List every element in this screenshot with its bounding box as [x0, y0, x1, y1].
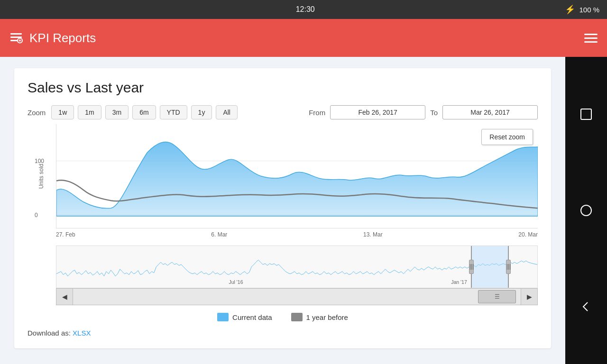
x-label-3: 20. Mar: [518, 231, 538, 238]
nav-thumb[interactable]: ☰: [478, 290, 516, 303]
y-tick-0: 0: [35, 212, 38, 218]
svg-text:Jan '17: Jan '17: [451, 279, 467, 285]
hamburger-menu-button[interactable]: [584, 34, 598, 43]
nav-handle-left[interactable]: [469, 260, 474, 274]
android-home-button[interactable]: [576, 200, 597, 221]
navigator: Jul '16 Jan '17: [56, 246, 538, 288]
chart-card: Sales vs Last year Zoom 1w 1m 3m 6m YTD …: [14, 68, 551, 348]
zoom-1y[interactable]: 1y: [191, 105, 212, 119]
status-time: 12:30: [46, 5, 565, 14]
zoom-label: Zoom: [28, 109, 46, 117]
zoom-3m[interactable]: 3m: [105, 105, 129, 119]
x-axis: 27. Feb 6. Mar 13. Mar 20. Mar: [56, 228, 538, 241]
download-text: Download as:: [28, 329, 71, 337]
app-title: KPI Reports: [29, 31, 96, 46]
navigator-svg: Jul '16 Jan '17: [56, 246, 537, 288]
status-right: ⚡ 100 %: [565, 4, 599, 15]
main-chart: Units sold 100 0 Reset zoom: [56, 124, 538, 228]
date-section: From To: [309, 105, 538, 119]
legend-current: Current data: [217, 313, 272, 321]
svg-rect-0: [10, 33, 22, 35]
settings-list-icon[interactable]: [9, 31, 23, 45]
legend-last-year-color: [291, 313, 303, 321]
android-square-button[interactable]: [576, 104, 597, 125]
svg-rect-8: [581, 109, 591, 119]
zoom-6m[interactable]: 6m: [132, 105, 156, 119]
svg-text:Jul '16: Jul '16: [229, 279, 243, 285]
x-label-1: 6. Mar: [211, 231, 227, 238]
nav-handle-right[interactable]: [506, 260, 511, 274]
zoom-row: Zoom 1w 1m 3m 6m YTD 1y All From To: [28, 105, 538, 119]
zoom-1m[interactable]: 1m: [78, 105, 101, 119]
x-label-2: 13. Mar: [363, 231, 383, 238]
legend-last-year: 1 year before: [291, 313, 348, 321]
android-back-button[interactable]: [576, 296, 597, 317]
y-axis-label: Units sold: [38, 164, 45, 189]
battery-percent: 100 %: [579, 6, 599, 14]
to-label: To: [430, 109, 438, 117]
nav-left-button[interactable]: ◀: [56, 288, 73, 305]
chart-panel: Sales vs Last year Zoom 1w 1m 3m 6m YTD …: [0, 57, 565, 364]
legend-current-label: Current data: [232, 313, 272, 321]
download-xlsx-link[interactable]: XLSX: [73, 329, 91, 337]
battery-icon: ⚡: [565, 4, 575, 15]
zoom-ytd[interactable]: YTD: [160, 105, 187, 119]
app-bar: KPI Reports: [0, 19, 607, 57]
legend: Current data 1 year before: [28, 313, 538, 321]
legend-current-color: [217, 313, 229, 321]
x-label-0: 27. Feb: [56, 231, 75, 238]
nav-scrollbar[interactable]: ☰: [73, 288, 521, 305]
legend-last-year-label: 1 year before: [306, 313, 348, 321]
svg-point-9: [581, 205, 591, 216]
download-row: Download as: XLSX: [28, 329, 538, 337]
content-area: Sales vs Last year Zoom 1w 1m 3m 6m YTD …: [0, 57, 607, 364]
nav-controls: ◀ ☰ ▶: [56, 288, 538, 305]
chart-container: Units sold 100 0 Reset zoom: [28, 124, 538, 305]
status-bar: 12:30 ⚡ 100 %: [0, 0, 607, 19]
nav-selection[interactable]: [471, 246, 509, 288]
zoom-all[interactable]: All: [216, 105, 238, 119]
app-bar-left: KPI Reports: [9, 31, 96, 46]
to-date-input[interactable]: [442, 105, 538, 119]
chart-title: Sales vs Last year: [28, 80, 538, 96]
y-tick-100: 100: [35, 158, 44, 164]
nav-right-button[interactable]: ▶: [521, 288, 538, 305]
from-date-input[interactable]: [330, 105, 425, 119]
from-label: From: [309, 109, 325, 117]
main-chart-svg: [56, 124, 538, 228]
android-nav: [565, 57, 607, 364]
zoom-1w[interactable]: 1w: [51, 105, 74, 119]
